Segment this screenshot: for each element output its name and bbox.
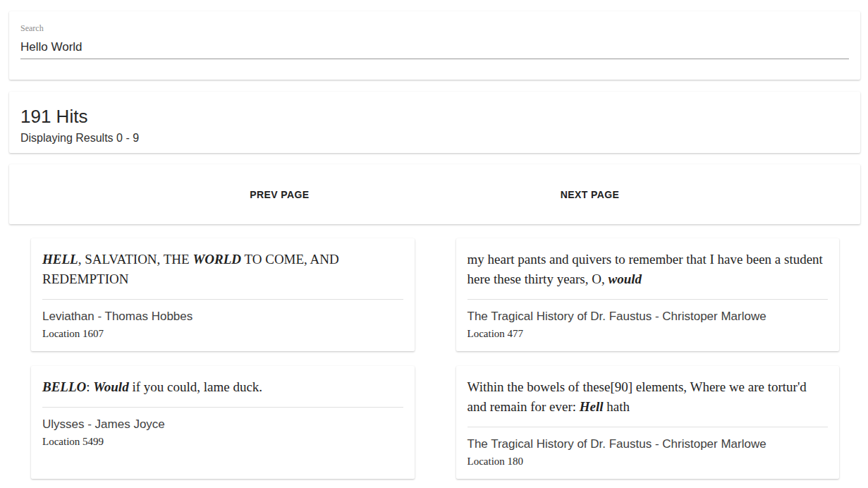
result-source: Leviathan - Thomas Hobbes — [42, 309, 403, 324]
result-card: Within the bowels of these[90] elements,… — [456, 366, 840, 479]
result-source: Ulysses - James Joyce — [42, 417, 403, 432]
hits-count: 191 Hits — [20, 106, 849, 127]
quote-text: : — [86, 379, 93, 394]
divider — [42, 407, 403, 408]
result-card: my heart pants and quivers to remember t… — [456, 238, 840, 351]
result-quote: BELLO: Would if you could, lame duck. — [42, 377, 403, 397]
quote-highlight: HELL — [42, 252, 78, 267]
quote-highlight: Hell — [580, 399, 604, 414]
quote-text: hath — [604, 399, 630, 414]
quote-highlight: would — [608, 272, 642, 286]
quote-text: my heart pants and quivers to remember t… — [467, 252, 823, 286]
hits-range: Displaying Results 0 - 9 — [20, 130, 849, 146]
result-location: Location 477 — [467, 327, 829, 340]
result-location: Location 180 — [467, 455, 829, 468]
result-card: BELLO: Would if you could, lame duck. Ul… — [31, 366, 415, 479]
result-quote: HELL, SALVATION, THE WORLD TO COME, AND … — [42, 250, 403, 289]
quote-highlight: WORLD — [192, 252, 241, 267]
search-label: Search — [20, 23, 849, 34]
divider — [467, 299, 829, 300]
top-section: Search 191 Hits Displaying Results 0 - 9… — [0, 0, 868, 224]
result-source: The Tragical History of Dr. Faustus - Ch… — [467, 309, 829, 324]
search-card: Search — [9, 11, 860, 80]
results-grid: HELL, SALVATION, THE WORLD TO COME, AND … — [31, 238, 839, 479]
hits-card: 191 Hits Displaying Results 0 - 9 — [9, 92, 860, 153]
quote-highlight: BELLO — [42, 379, 86, 394]
next-page-button[interactable]: NEXT PAGE — [435, 182, 745, 207]
quote-text: if you could, lame duck. — [129, 379, 262, 394]
result-location: Location 1607 — [42, 327, 403, 340]
quote-text: Within the bowels of these[90] elements,… — [467, 379, 807, 414]
result-quote: my heart pants and quivers to remember t… — [467, 250, 829, 289]
result-quote: Within the bowels of these[90] elements,… — [467, 377, 829, 417]
result-source: The Tragical History of Dr. Faustus - Ch… — [467, 437, 829, 452]
search-input[interactable] — [20, 34, 849, 59]
prev-page-button[interactable]: PREV PAGE — [125, 182, 435, 207]
quote-highlight: Would — [93, 379, 128, 394]
divider — [467, 427, 829, 427]
result-location: Location 5499 — [42, 435, 403, 448]
pagination-card: PREV PAGE NEXT PAGE — [9, 164, 860, 224]
results-section: HELL, SALVATION, THE WORLD TO COME, AND … — [0, 224, 868, 479]
divider — [42, 299, 403, 300]
result-card: HELL, SALVATION, THE WORLD TO COME, AND … — [31, 238, 415, 351]
quote-text: , SALVATION, THE — [78, 252, 193, 267]
